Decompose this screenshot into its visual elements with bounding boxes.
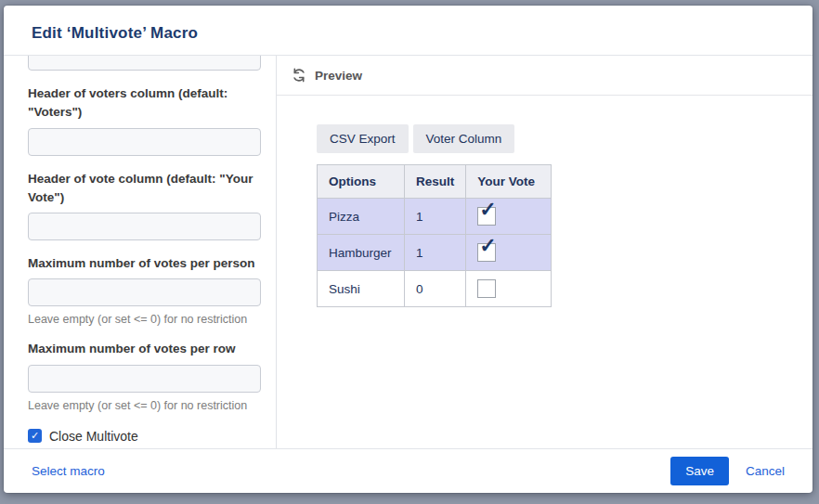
dialog-header: Edit ‘Multivote’ Macro — [4, 6, 812, 56]
max-votes-per-row-label: Maximum number of votes per row — [28, 340, 261, 358]
vote-preview-table: Options Result Your Vote Pizza 1 ✓ — [317, 164, 552, 307]
checkmark-icon: ✓ — [479, 236, 496, 256]
dialog-title: Edit ‘Multivote’ Macro — [32, 24, 198, 42]
close-multivote-label: Close Multivote — [49, 429, 138, 444]
preview-panel: Preview CSV Export Voter Column Options … — [276, 56, 812, 448]
preview-header: Preview — [277, 56, 812, 96]
option-cell: Hamburger — [318, 235, 405, 271]
result-column-header: Result — [405, 165, 466, 199]
close-multivote-helper: Prevents users from casting votes — [47, 446, 261, 449]
vote-checkbox-checked[interactable]: ✓ — [477, 207, 496, 226]
macro-settings-form: Header of voters column (default: "Voter… — [4, 56, 276, 448]
voter-column-button[interactable]: Voter Column — [413, 124, 515, 153]
voters-column-header-input[interactable] — [28, 128, 261, 156]
max-votes-per-row-input[interactable] — [28, 365, 261, 393]
result-cell: 1 — [405, 199, 466, 235]
footer-actions: Save Cancel — [670, 457, 785, 485]
cancel-link[interactable]: Cancel — [746, 464, 785, 478]
vote-cell — [466, 271, 552, 307]
max-votes-per-person-helper: Leave empty (or set <= 0) for no restric… — [28, 313, 261, 326]
preview-toolbar: CSV Export Voter Column — [317, 124, 812, 153]
edit-macro-dialog: Edit ‘Multivote’ Macro Header of voters … — [4, 6, 812, 493]
option-cell: Sushi — [318, 271, 405, 307]
vote-cell: ✓ — [466, 235, 552, 271]
table-row-pizza: Pizza 1 ✓ — [318, 199, 552, 235]
select-macro-link[interactable]: Select macro — [32, 464, 105, 478]
preview-content: CSV Export Voter Column Options Result Y… — [277, 96, 812, 307]
options-column-header: Options — [318, 165, 405, 199]
close-multivote-row[interactable]: ✓ Close Multivote — [28, 429, 261, 444]
option-cell: Pizza — [318, 199, 405, 235]
clipped-top-input[interactable] — [28, 56, 261, 71]
voters-column-header-label: Header of voters column (default: "Voter… — [28, 84, 261, 123]
csv-export-button[interactable]: CSV Export — [317, 124, 409, 153]
vote-checkbox-unchecked[interactable] — [477, 279, 496, 298]
table-row-sushi: Sushi 0 — [318, 271, 552, 307]
max-votes-per-person-input[interactable] — [28, 278, 261, 306]
vote-column-header-input[interactable] — [28, 213, 261, 240]
preview-title: Preview — [315, 69, 362, 83]
your-vote-column-header: Your Vote — [466, 165, 552, 199]
table-row-hamburger: Hamburger 1 ✓ — [318, 235, 552, 271]
max-votes-per-person-label: Maximum number of votes per person — [28, 254, 261, 273]
refresh-icon[interactable] — [292, 68, 306, 83]
table-header-row: Options Result Your Vote — [318, 165, 552, 199]
checkmark-icon: ✓ — [479, 200, 496, 220]
vote-cell: ✓ — [466, 199, 552, 235]
vote-checkbox-checked[interactable]: ✓ — [477, 243, 496, 262]
result-cell: 1 — [405, 235, 466, 271]
close-multivote-checkbox[interactable]: ✓ — [28, 429, 42, 443]
save-button[interactable]: Save — [670, 457, 729, 485]
vote-column-header-label: Header of vote column (default: "Your Vo… — [28, 170, 261, 208]
dialog-footer: Select macro Save Cancel — [4, 448, 812, 493]
dialog-body: Header of voters column (default: "Voter… — [4, 56, 812, 448]
max-votes-per-row-helper: Leave empty (or set <= 0) for no restric… — [28, 399, 261, 412]
result-cell: 0 — [405, 271, 466, 307]
